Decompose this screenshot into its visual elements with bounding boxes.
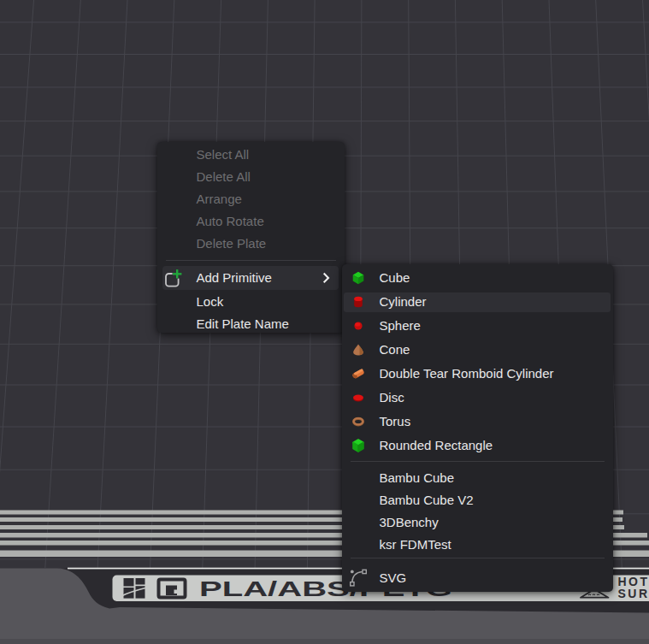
svg-text:SURF: SURF: [618, 587, 649, 600]
